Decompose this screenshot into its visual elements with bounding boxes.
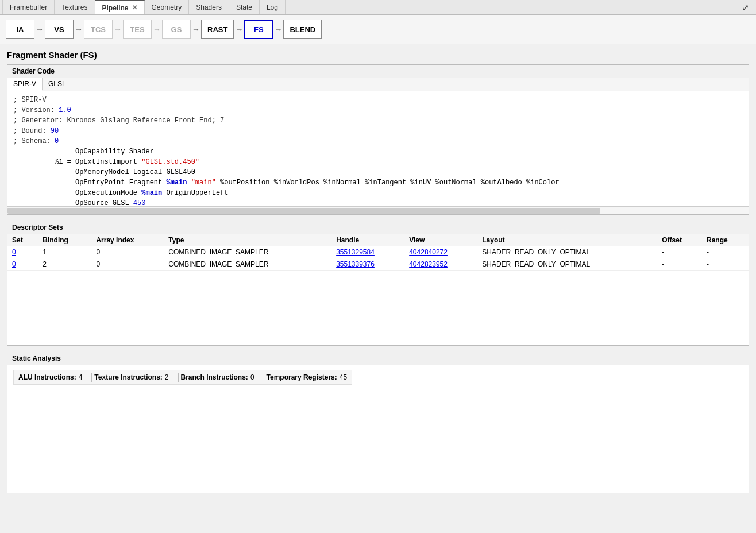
tab-label-state: State: [236, 3, 252, 11]
stage-tcs[interactable]: TCS: [84, 20, 113, 39]
static-analysis-header: Static Analysis: [7, 352, 749, 365]
row1-view[interactable]: 4042823952: [404, 258, 477, 271]
row0-type: COMBINED_IMAGE_SAMPLER: [164, 246, 331, 258]
row0-range: -: [702, 246, 749, 258]
descriptor-row-1: 0 2 0 COMBINED_IMAGE_SAMPLER 3551339376 …: [7, 258, 749, 271]
temp-reg-label: Temporary Registers:: [267, 373, 337, 381]
arrow-1: →: [34, 25, 45, 34]
horizontal-scrollbar-thumb[interactable]: [7, 208, 600, 214]
col-view: View: [404, 234, 477, 246]
temp-reg-value: 45: [340, 373, 347, 381]
tab-log[interactable]: Log: [260, 0, 286, 14]
arrow-4: →: [152, 25, 162, 34]
sep-3: [264, 373, 264, 382]
shader-code-header: Shader Code: [7, 65, 749, 78]
main-content: Fragment Shader (FS) Shader Code SPIR-V …: [0, 44, 756, 532]
col-offset: Offset: [657, 234, 702, 246]
col-layout: Layout: [477, 234, 657, 246]
static-empty-space: [7, 389, 749, 493]
col-handle: Handle: [331, 234, 404, 246]
row0-offset: -: [657, 246, 702, 258]
descriptor-sets-section: Descriptor Sets Set Binding Array Index …: [7, 221, 749, 346]
stage-vs[interactable]: VS: [45, 20, 74, 39]
shader-code-area[interactable]: ; SPIR-V ; Version: 1.0 ; Generator: Khr…: [7, 91, 749, 206]
branch-label: Branch Instructions:: [181, 373, 248, 381]
row0-binding: 1: [38, 246, 91, 258]
stage-blend[interactable]: BLEND: [283, 20, 322, 39]
code-tab-glsl[interactable]: GLSL: [43, 78, 72, 91]
row1-handle[interactable]: 3551339376: [331, 258, 404, 271]
col-array-index: Array Index: [91, 234, 164, 246]
shader-code-label: Shader Code: [12, 67, 55, 75]
row0-layout: SHADER_READ_ONLY_OPTIMAL: [477, 246, 657, 258]
col-range: Range: [702, 234, 749, 246]
row1-binding: 2: [38, 258, 91, 271]
static-analysis-row: ALU Instructions: 4 Texture Instructions…: [13, 370, 352, 385]
row1-array-index: 0: [91, 258, 164, 271]
texture-value: 2: [165, 373, 169, 381]
alu-value: 4: [79, 373, 83, 381]
col-binding: Binding: [38, 234, 91, 246]
tab-label-pipeline: Pipeline: [102, 4, 129, 12]
descriptor-row-0: 0 1 0 COMBINED_IMAGE_SAMPLER 3551329584 …: [7, 246, 749, 258]
code-tab-spirv[interactable]: SPIR-V: [7, 78, 43, 91]
col-type: Type: [164, 234, 331, 246]
arrow-3: →: [113, 25, 123, 34]
arrow-7: →: [273, 25, 283, 34]
static-analysis-section: Static Analysis ALU Instructions: 4 Text…: [7, 352, 749, 493]
arrow-2: →: [74, 25, 84, 34]
tab-label-framebuffer: Framebuffer: [10, 3, 47, 11]
row0-view[interactable]: 4042840272: [404, 246, 477, 258]
row1-offset: -: [657, 258, 702, 271]
tab-pipeline[interactable]: Pipeline ✕: [95, 0, 145, 14]
row1-type: COMBINED_IMAGE_SAMPLER: [164, 258, 331, 271]
stage-gs[interactable]: GS: [162, 20, 191, 39]
fragment-shader-title: Fragment Shader (FS): [7, 50, 749, 60]
code-tabs: SPIR-V GLSL: [7, 78, 749, 91]
descriptor-table-header-row: Set Binding Array Index Type Handle View…: [7, 234, 749, 246]
row1-set[interactable]: 0: [7, 258, 38, 271]
stage-rast[interactable]: RAST: [201, 20, 234, 39]
tab-shaders[interactable]: Shaders: [189, 0, 229, 14]
descriptor-empty-space: [7, 271, 749, 345]
alu-label: ALU Instructions:: [18, 373, 76, 381]
tab-geometry[interactable]: Geometry: [145, 0, 190, 14]
tab-state[interactable]: State: [229, 0, 260, 14]
tab-label-textures: Textures: [61, 3, 87, 11]
stage-tes[interactable]: TES: [123, 20, 152, 39]
branch-value: 0: [250, 373, 254, 381]
texture-label: Texture Instructions:: [94, 373, 162, 381]
row1-layout: SHADER_READ_ONLY_OPTIMAL: [477, 258, 657, 271]
static-analysis-content: ALU Instructions: 4 Texture Instructions…: [7, 365, 749, 389]
tab-framebuffer[interactable]: Framebuffer: [2, 0, 55, 14]
pipeline-stage-bar: IA → VS → TCS → TES → GS → RAST → FS → B…: [0, 15, 756, 44]
descriptor-sets-table: Set Binding Array Index Type Handle View…: [7, 234, 749, 271]
row0-set[interactable]: 0: [7, 246, 38, 258]
row0-handle[interactable]: 3551329584: [331, 246, 404, 258]
arrow-6: →: [234, 25, 244, 34]
tab-label-log: Log: [267, 3, 278, 11]
arrow-5: →: [191, 25, 201, 34]
shader-code-section: Shader Code SPIR-V GLSL ; SPIR-V ; Versi…: [7, 64, 749, 215]
close-pipeline-tab-icon[interactable]: ✕: [132, 4, 137, 11]
row1-range: -: [702, 258, 749, 271]
tab-bar: Framebuffer Textures Pipeline ✕ Geometry…: [0, 0, 756, 15]
sep-1: [91, 373, 92, 382]
tab-label-geometry: Geometry: [152, 3, 182, 11]
sep-2: [178, 373, 179, 382]
row0-array-index: 0: [91, 246, 164, 258]
col-set: Set: [7, 234, 38, 246]
stage-ia[interactable]: IA: [6, 20, 34, 39]
descriptor-sets-header: Descriptor Sets: [7, 221, 749, 234]
maximize-button[interactable]: ⤢: [738, 3, 754, 12]
tab-label-shaders: Shaders: [196, 3, 222, 11]
tab-textures[interactable]: Textures: [55, 0, 95, 14]
horizontal-scrollbar[interactable]: [7, 206, 749, 214]
stage-fs[interactable]: FS: [244, 20, 273, 39]
